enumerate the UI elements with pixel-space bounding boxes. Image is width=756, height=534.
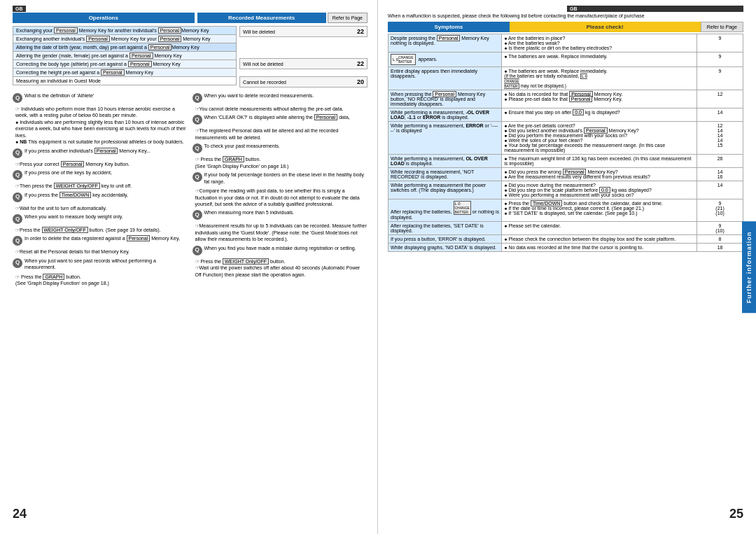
check-cell: ● The batteries are weak. Replace immedi… (502, 52, 697, 67)
table-row: Exchanging your Personal Memory Key for … (13, 27, 237, 35)
check-cell: ● Did you move during the measurement? ●… (502, 181, 697, 199)
page-cell: 9(10) (697, 222, 743, 235)
intro-text: When a malfunction is suspected, please … (388, 13, 743, 19)
check-cell: ● Are the pre-set details correct? ● Did… (502, 122, 697, 155)
check-cell: ● The batteries are weak. Replace immedi… (502, 67, 697, 90)
qa-answer: ☞Measurement results for up to 5 individ… (195, 223, 368, 242)
check-cell: ● The maximum weight limit of 136 kg has… (502, 155, 697, 168)
qa-answer: ☞Reset all the Personal details for that… (15, 248, 188, 255)
qa-question: When you want to measure body weight onl… (24, 213, 188, 220)
check-cell: ● Ensure that you step on after 0.0 kg i… (502, 108, 697, 122)
symptoms-header: Symptoms (388, 22, 510, 32)
page-cell: 9 (697, 34, 743, 52)
q-icon: Q (13, 170, 22, 180)
qa-item: Q When measuring more than 5 individuals… (192, 209, 368, 220)
symptom-cell: After replacing the batteries, L 0CHANGE… (388, 199, 502, 222)
qa-answer: ☞Wait for the unit to turn off automatic… (15, 205, 188, 211)
page-cell: 9 (697, 52, 743, 67)
table-row: After replacing the batteries, 'SET DATE… (388, 222, 743, 235)
symptom-cell: While recording a measurement, 'NOT RECO… (388, 168, 502, 181)
symptoms-table: Despite pressing the Personal Memory Key… (388, 34, 743, 252)
qa-item: Q If your body fat percentage borders on… (192, 171, 368, 185)
qa-answer: ☞You cannot delete measurements without … (195, 106, 368, 112)
symptom-cell: While displaying graphs, 'NO DATA' is di… (388, 244, 502, 252)
qa-right-col: Q When you want to delete recorded measu… (192, 92, 368, 289)
table-row: Measuring an individual in Guest Mode (13, 77, 237, 85)
table-row: Altering the date of birth (year, month,… (13, 43, 237, 52)
table-row: While performing a measurement the power… (388, 181, 743, 199)
recorded-item: Will not be deleted 22 (239, 58, 368, 69)
table-row: After replacing the batteries, L 0CHANGE… (388, 199, 743, 222)
qa-question: If your body fat percentage borders on t… (204, 171, 368, 185)
qa-question: In order to delete the data registered a… (24, 235, 188, 241)
q-icon: Q (13, 236, 22, 246)
q-icon: Q (192, 143, 202, 153)
qa-item: Q When you find you have made a mistake … (192, 245, 368, 255)
qa-item: Q If you press one of the keys by accide… (13, 169, 188, 180)
qa-item: Q When you want to delete recorded measu… (192, 92, 368, 103)
symptom-cell: L 0CHANGEBATTER appears. (388, 52, 502, 67)
qa-left-col: Q What is the definition of 'Athlete' ☞ … (13, 92, 188, 289)
symptom-cell: If you press a button, 'ERROR' is displa… (388, 235, 502, 244)
symptom-cell: While performing a measurement the power… (388, 181, 502, 199)
symptom-cell: While performing a measurement, ERROR or… (388, 122, 502, 155)
q-icon: Q (192, 246, 202, 255)
qa-question: When you find you have made a mistake du… (204, 245, 368, 251)
qa-item: Q What is the definition of 'Athlete' (13, 92, 188, 103)
operations-header: Operations Recorded Measurements Refer t… (13, 13, 368, 23)
ops-row-cell: Measuring an individual in Guest Mode (13, 77, 237, 85)
table-row: While displaying graphs, 'NO DATA' is di… (388, 244, 743, 252)
qa-question: If you press another individual's Person… (24, 148, 188, 154)
qa-answer: ☞Compare the reading with past data, to … (195, 188, 368, 207)
check-cell: ● Are the batteries in place? ● Are the … (502, 34, 697, 52)
ops-row-cell: Correcting the body type (athlete) pre-s… (13, 60, 237, 69)
ops-row-cell: Altering the gender (male, female) pre-s… (13, 52, 237, 60)
qa-answer: ☞The registered Personal data will be al… (195, 127, 368, 141)
q-icon: Q (13, 214, 22, 224)
qa-answer: ☞ Press the WEIGHT Only/OFF button. ☞Wai… (195, 258, 368, 278)
qa-item: Q When you just want to see past records… (13, 258, 188, 271)
qa-answer: ☞ Press the GRAPH button. (See 'Graph Di… (15, 274, 188, 287)
table-row: If you press a button, 'ERROR' is displa… (388, 235, 743, 244)
q-icon: Q (192, 93, 202, 103)
qa-item: Q If you press the Time/DOWN key acciden… (13, 192, 188, 202)
q-icon: Q (192, 210, 202, 220)
table-row: When pressing the Personal Memory Key bu… (388, 90, 743, 108)
further-info-tab: Further information (742, 221, 756, 313)
qa-question: When you just want to see past records w… (24, 258, 188, 271)
refer-header: Refer to Page (701, 22, 743, 32)
ops-row-cell: Correcting the height pre-set against a … (13, 69, 237, 77)
symptom-cell: When pressing the Personal Memory Key bu… (388, 90, 502, 108)
page-cell: 9(21)(10) (697, 199, 743, 222)
page-cell: 18 (697, 244, 743, 252)
qa-item: Q When 'CLEAR OK?' is displayed while al… (192, 114, 368, 125)
q-icon: Q (192, 172, 202, 182)
right-page-number: 25 (729, 507, 743, 521)
page-cell: 14 (697, 181, 743, 199)
symptom-cell: Entire display appears then immediately … (388, 67, 502, 90)
gb-label-right: GB (567, 6, 743, 12)
qa-item: Q To check your past measurements. (192, 143, 368, 153)
q-icon: Q (13, 148, 22, 158)
table-row: L 0CHANGEBATTER appears. ● The batteries… (388, 52, 743, 67)
page-cell: 1416 (697, 168, 743, 181)
ops-row-cell: Altering the date of birth (year, month,… (13, 43, 237, 52)
table-row: Exchanging another individual's Personal… (13, 35, 237, 43)
qa-question: When you want to delete recorded measure… (204, 92, 368, 99)
table-row: While performing a measurement, -OL OVER… (388, 108, 743, 122)
ops-row-cell: Exchanging another individual's Personal… (13, 35, 237, 43)
qa-answer: ☞Press your correct Personal Memory Key … (15, 161, 188, 167)
left-page: GB Operations Recorded Measurements Refe… (0, 0, 378, 534)
table-row: Altering the gender (male, female) pre-s… (13, 52, 237, 60)
q-icon: Q (192, 115, 202, 125)
page-cell: 26 (697, 155, 743, 168)
operations-table: Exchanging your Personal Memory Key for … (13, 26, 237, 85)
symptom-cell: While performing a measurement, -OL OVER… (388, 108, 502, 122)
left-page-number: 24 (13, 507, 27, 521)
qa-item: Q If you press another individual's Pers… (13, 148, 188, 158)
check-cell: ● Did you press the wrong Personal Memor… (502, 168, 697, 181)
page-cell: 9 (697, 67, 743, 90)
please-check-header: Please check! (510, 22, 701, 32)
ops-row-cell: Exchanging your Personal Memory Key for … (13, 27, 237, 35)
q-icon: Q (13, 192, 22, 202)
